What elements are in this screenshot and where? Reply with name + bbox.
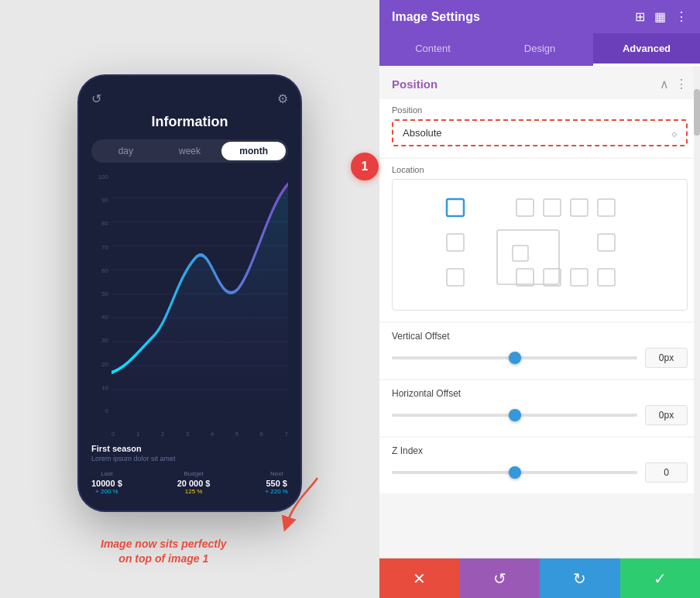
phone-tab-bar[interactable]: day week month bbox=[91, 139, 288, 163]
phone-tab-day[interactable]: day bbox=[94, 142, 158, 160]
svg-rect-12 bbox=[571, 199, 588, 216]
svg-rect-9 bbox=[447, 199, 464, 216]
svg-rect-22 bbox=[571, 269, 588, 286]
stat-last-label: Last bbox=[91, 470, 122, 477]
chart-svg-area bbox=[112, 174, 288, 414]
position-select[interactable]: Default Absolute Fixed Relative Static bbox=[393, 121, 686, 145]
undo-button[interactable]: ↺ bbox=[460, 558, 540, 598]
horizontal-offset-slider-row: 0px bbox=[392, 405, 688, 425]
svg-rect-15 bbox=[447, 269, 464, 286]
info-title: First season bbox=[91, 444, 288, 453]
location-label: Location bbox=[392, 165, 688, 174]
section-controls: ∧ ⋮ bbox=[660, 77, 688, 91]
horizontal-offset-fill bbox=[392, 414, 515, 417]
more-icon-btn[interactable]: ⋮ bbox=[675, 9, 688, 24]
layout-icon-btn[interactable]: ▦ bbox=[654, 9, 666, 24]
stat-last-value: 10000 $ bbox=[91, 479, 122, 488]
svg-rect-10 bbox=[516, 199, 534, 216]
horizontal-offset-label: Horizontal Offset bbox=[392, 388, 688, 399]
z-index-group: Z Index 0 bbox=[379, 438, 700, 493]
redo-button[interactable]: ↻ bbox=[540, 558, 620, 598]
location-grid[interactable] bbox=[392, 179, 688, 311]
header-icons: ⊞ ▦ ⋮ bbox=[635, 9, 688, 24]
annotation-text: Image now sits perfectlyon top of image … bbox=[101, 537, 227, 567]
svg-rect-11 bbox=[544, 199, 561, 216]
horizontal-offset-thumb[interactable] bbox=[509, 409, 521, 421]
vertical-offset-track[interactable] bbox=[392, 356, 637, 359]
vertical-offset-slider-row: 0px bbox=[392, 348, 688, 368]
z-index-value[interactable]: 0 bbox=[645, 462, 688, 483]
stat-budget: Budget 20 000 $ 125 % bbox=[177, 470, 211, 495]
svg-rect-13 bbox=[598, 199, 615, 216]
y-label-0: 0 bbox=[91, 407, 108, 414]
confirm-button[interactable]: ✓ bbox=[620, 558, 701, 598]
x-axis: 0 1 2 3 4 5 6 7 bbox=[112, 431, 288, 438]
step-badge: 1 bbox=[351, 153, 379, 180]
position-form-group: Position Default Absolute Fixed Relative… bbox=[379, 99, 700, 157]
z-index-fill bbox=[392, 471, 515, 474]
y-label-90: 90 bbox=[91, 197, 108, 204]
svg-rect-21 bbox=[544, 269, 561, 286]
z-index-slider-row: 0 bbox=[392, 462, 688, 483]
svg-rect-18 bbox=[598, 234, 615, 251]
y-label-100: 100 bbox=[91, 174, 108, 180]
panel-header: Image Settings ⊞ ▦ ⋮ bbox=[379, 0, 700, 33]
horizontal-offset-value[interactable]: 0px bbox=[645, 405, 688, 425]
stat-budget-change: 125 % bbox=[177, 488, 211, 495]
horizontal-offset-track[interactable] bbox=[392, 414, 637, 417]
stat-budget-value: 20 000 $ bbox=[177, 479, 211, 488]
y-label-60: 60 bbox=[91, 267, 108, 274]
vertical-offset-fill bbox=[392, 356, 515, 359]
y-label-70: 70 bbox=[91, 244, 108, 251]
info-section: First season Lorem ipsum dolor sit amet … bbox=[91, 444, 288, 495]
vertical-offset-value[interactable]: 0px bbox=[645, 348, 688, 368]
position-select-wrapper[interactable]: Default Absolute Fixed Relative Static ⬦ bbox=[392, 119, 688, 146]
stat-last: Last 10000 $ + 200 % bbox=[91, 470, 122, 495]
z-index-track[interactable] bbox=[392, 471, 637, 474]
phone-tab-week[interactable]: week bbox=[158, 142, 222, 160]
annotation-arrow bbox=[279, 474, 325, 536]
tab-advanced[interactable]: Advanced bbox=[593, 33, 700, 66]
tab-content[interactable]: Content bbox=[379, 33, 486, 66]
y-label-40: 40 bbox=[91, 314, 108, 321]
preview-icon-btn[interactable]: ⊞ bbox=[635, 9, 645, 24]
svg-rect-14 bbox=[447, 234, 464, 251]
section-more-btn[interactable]: ⋮ bbox=[675, 77, 688, 91]
y-axis: 100 90 80 70 60 50 40 30 20 10 0 bbox=[91, 174, 108, 414]
cancel-button[interactable]: ✕ bbox=[379, 558, 460, 598]
svg-rect-17 bbox=[513, 246, 528, 261]
scrollbar-track bbox=[694, 66, 700, 558]
y-label-30: 30 bbox=[91, 337, 108, 344]
z-index-label: Z Index bbox=[392, 445, 688, 456]
annotation-container bbox=[279, 474, 325, 539]
vertical-offset-thumb[interactable] bbox=[509, 352, 521, 364]
location-section: Location bbox=[379, 159, 700, 321]
stat-budget-label: Budget bbox=[177, 470, 211, 477]
position-label: Position bbox=[392, 105, 688, 115]
left-panel: ↺ ⚙ Information day week month 100 90 80… bbox=[0, 0, 379, 598]
history-icon: ↺ bbox=[91, 91, 101, 106]
phone-tab-month[interactable]: month bbox=[221, 142, 286, 160]
z-index-thumb[interactable] bbox=[509, 466, 521, 479]
panel-footer: ✕ ↺ ↻ ✓ bbox=[379, 558, 700, 598]
stat-last-change: + 200 % bbox=[91, 488, 122, 495]
collapse-btn[interactable]: ∧ bbox=[660, 77, 669, 91]
position-section-header: Position ∧ ⋮ bbox=[379, 66, 700, 99]
chart-area: 100 90 80 70 60 50 40 30 20 10 0 bbox=[91, 174, 288, 438]
tab-navigation: Content Design Advanced bbox=[379, 33, 700, 66]
panel-content: Position ∧ ⋮ Position Default Absolute F… bbox=[379, 66, 700, 558]
stats-row: Last 10000 $ + 200 % Budget 20 000 $ 125… bbox=[91, 470, 288, 495]
phone-mockup: ↺ ⚙ Information day week month 100 90 80… bbox=[77, 74, 302, 524]
phone-top-bar: ↺ ⚙ bbox=[91, 91, 288, 106]
y-label-80: 80 bbox=[91, 220, 108, 227]
settings-icon: ⚙ bbox=[277, 91, 288, 106]
location-grid-svg[interactable] bbox=[400, 187, 679, 302]
phone-frame: ↺ ⚙ Information day week month 100 90 80… bbox=[77, 74, 302, 512]
vertical-offset-group: Vertical Offset 0px bbox=[379, 323, 700, 379]
y-label-50: 50 bbox=[91, 290, 108, 297]
position-section-title: Position bbox=[392, 77, 438, 91]
svg-rect-20 bbox=[516, 269, 534, 286]
vertical-offset-label: Vertical Offset bbox=[392, 331, 688, 342]
scrollbar-thumb[interactable] bbox=[694, 89, 700, 136]
tab-design[interactable]: Design bbox=[486, 33, 593, 66]
